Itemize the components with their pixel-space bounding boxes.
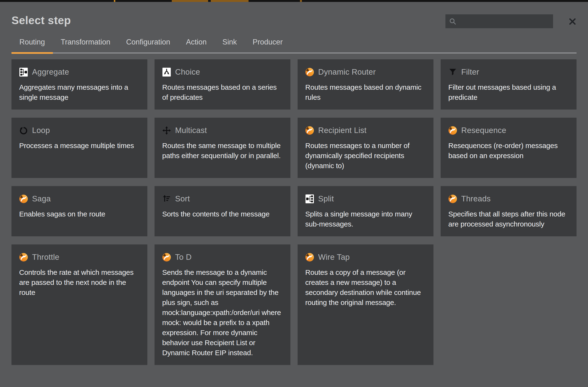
background-strip-segment [114, 0, 115, 2]
step-description: Processes a message multiple times [19, 141, 140, 151]
step-search-box [445, 14, 553, 28]
modal-header: Select step [0, 2, 588, 30]
camel-logo-icon [19, 253, 28, 262]
step-card-to-d[interactable]: To DSends the message to a dynamic endpo… [155, 244, 290, 365]
step-description: Routes a copy of a message (or creates a… [305, 267, 426, 307]
split-eip-icon [305, 194, 314, 203]
camel-logo-icon [448, 194, 457, 203]
step-card-aggregate[interactable]: AggregateAggregates many messages into a… [11, 59, 147, 110]
modal-title: Select step [11, 14, 71, 27]
step-card-header: Aggregate [19, 67, 140, 77]
step-description: Routes messages based on dynamic rules [305, 82, 426, 102]
step-title: Loop [32, 126, 50, 135]
step-title: Sort [175, 194, 190, 203]
step-card-header: Choice [162, 67, 283, 77]
step-card-header: Multicast [162, 126, 283, 135]
step-title: Dynamic Router [318, 67, 376, 77]
sort-amount-icon [162, 194, 171, 203]
step-card-header: To D [162, 253, 283, 262]
filter-funnel-icon [448, 68, 457, 77]
step-description: Enables sagas on the route [19, 209, 140, 219]
step-card-threads[interactable]: ThreadsSpecifies that all steps after th… [441, 186, 577, 236]
close-icon [568, 17, 577, 26]
choice-eip-icon [162, 68, 171, 77]
category-tabs: RoutingTransformationConfigurationAction… [11, 35, 577, 53]
step-card-header: Split [305, 194, 426, 203]
step-card-multicast[interactable]: MulticastRoutes the same message to mult… [155, 118, 290, 178]
search-input[interactable] [456, 14, 550, 28]
step-card-header: Wire Tap [305, 253, 426, 262]
step-card-header: Resequence [448, 126, 569, 135]
step-card-header: Sort [162, 194, 283, 203]
step-title: Recipient List [318, 126, 366, 135]
step-description: Splits a single message into many sub-me… [305, 209, 426, 229]
step-description: Routes the same message to multiple path… [162, 141, 283, 161]
step-description: Filter out messages based using a predic… [448, 82, 569, 102]
step-card-choice[interactable]: ChoiceRoutes messages based on a series … [155, 59, 290, 110]
step-card-header: Threads [448, 194, 569, 203]
step-title: Choice [175, 67, 200, 77]
background-strip-segment [172, 0, 208, 2]
select-step-modal: Select step RoutingTransformationConfigu… [0, 2, 588, 387]
multicast-arrows-icon [162, 126, 171, 135]
step-title: Aggregate [32, 67, 69, 77]
step-card-header: Loop [19, 126, 140, 135]
camel-logo-icon [19, 194, 28, 203]
tab-routing[interactable]: Routing [11, 35, 53, 53]
step-title: Threads [461, 194, 491, 203]
step-title: Saga [32, 194, 51, 203]
step-card-saga[interactable]: SagaEnables sagas on the route [11, 186, 147, 236]
search-icon [449, 18, 456, 25]
step-description: Aggregates many messages into a single m… [19, 82, 140, 102]
step-description: Sorts the contents of the message [162, 209, 283, 219]
camel-logo-icon [305, 126, 314, 135]
step-card-header: Throttle [19, 253, 140, 262]
step-title: Resequence [461, 126, 506, 135]
step-title: Throttle [32, 253, 59, 262]
aggregate-eip-icon [19, 68, 28, 77]
step-card-resequence[interactable]: ResequenceResequences (re-order) message… [441, 118, 577, 178]
step-card-filter[interactable]: FilterFilter out messages based using a … [441, 59, 577, 110]
background-strip-segment [211, 0, 249, 2]
camel-logo-icon [162, 253, 171, 262]
tab-producer[interactable]: Producer [245, 35, 291, 53]
step-title: Wire Tap [318, 253, 350, 262]
step-card-loop[interactable]: LoopProcesses a message multiple times [11, 118, 147, 178]
step-description: Routes messages based on a series of pre… [162, 82, 283, 102]
step-card-header: Recipient List [305, 126, 426, 135]
step-card-header: Saga [19, 194, 140, 203]
camel-logo-icon [305, 253, 314, 262]
step-card-dynamic-router[interactable]: Dynamic RouterRoutes messages based on d… [298, 59, 433, 110]
camel-logo-icon [448, 126, 457, 135]
step-title: Filter [461, 67, 479, 77]
tab-transformation[interactable]: Transformation [53, 35, 118, 53]
step-card-sort[interactable]: SortSorts the contents of the message [155, 186, 290, 236]
background-strip-segment [300, 0, 302, 2]
step-card-header: Filter [448, 67, 569, 77]
steps-grid: AggregateAggregates many messages into a… [11, 59, 577, 379]
step-description: Routes messages to a number of dynamical… [305, 141, 426, 171]
step-card-recipient-list[interactable]: Recipient ListRoutes messages to a numbe… [298, 118, 433, 178]
step-card-split[interactable]: SplitSplits a single message into many s… [298, 186, 433, 236]
step-title: Split [318, 194, 334, 203]
background-page-strip [0, 0, 588, 2]
loop-arrow-icon [19, 126, 28, 135]
tab-action[interactable]: Action [178, 35, 215, 53]
close-button[interactable] [567, 17, 577, 27]
step-card-header: Dynamic Router [305, 67, 426, 77]
step-description: Sends the message to a dynamic endpoint … [162, 267, 283, 358]
step-description: Specifies that all steps after this node… [448, 209, 569, 229]
tab-sink[interactable]: Sink [215, 35, 245, 53]
step-description: Resequences (re-order) messages based on… [448, 141, 569, 161]
step-card-wire-tap[interactable]: Wire TapRoutes a copy of a message (or c… [298, 244, 433, 365]
tab-configuration[interactable]: Configuration [118, 35, 178, 53]
camel-logo-icon [305, 68, 314, 77]
step-title: To D [175, 253, 192, 262]
step-title: Multicast [175, 126, 207, 135]
step-description: Controls the rate at which messages are … [19, 267, 140, 298]
step-card-throttle[interactable]: ThrottleControls the rate at which messa… [11, 244, 147, 365]
